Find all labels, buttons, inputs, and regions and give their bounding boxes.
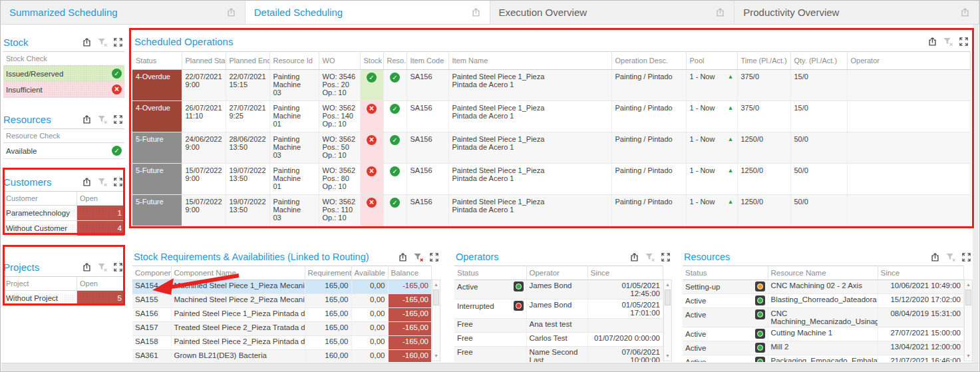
export-icon[interactable]: [960, 7, 970, 17]
col-item-name[interactable]: Item Name: [448, 52, 611, 70]
column-header-open[interactable]: Open: [77, 277, 124, 290]
column-header-customer[interactable]: Customer: [3, 194, 77, 202]
clear-filter-icon[interactable]: [645, 252, 655, 262]
stock-check-row[interactable]: Insufficient: [3, 82, 124, 98]
expand-icon[interactable]: [959, 37, 969, 47]
view-tab[interactable]: Execution Overview: [490, 1, 735, 24]
expand-icon[interactable]: [113, 177, 123, 187]
export-icon[interactable]: [715, 7, 725, 17]
scheduled-operation-row[interactable]: 4-Overdue 22/07/2021 9:00 22/07/2021 15:…: [132, 70, 971, 101]
column-header-project[interactable]: Project: [3, 279, 77, 287]
resource-row[interactable]: Active Blasting_Chorreado_Jateadora 15/1…: [683, 294, 964, 308]
scheduled-operation-row[interactable]: 4-Overdue 26/07/2021 11:10 27/07/2021 9:…: [132, 101, 971, 132]
vertical-scrollbar[interactable]: ▲▼: [964, 279, 973, 361]
clear-filter-icon[interactable]: [97, 37, 108, 47]
component-row[interactable]: SA156 Painted Steel Piece 1_Pieza Pintad…: [132, 308, 432, 322]
export-icon[interactable]: [927, 37, 937, 47]
resource-row[interactable]: Setting-up CNC Machining 02 - 2 Axis 10/…: [683, 280, 964, 294]
clear-filter-icon[interactable]: [943, 37, 953, 47]
column-header[interactable]: Stock Check: [3, 51, 124, 66]
expand-icon[interactable]: [113, 37, 123, 47]
export-icon[interactable]: [471, 7, 481, 17]
resource-check-row[interactable]: Available: [3, 143, 124, 159]
col-balance[interactable]: Balance: [388, 266, 432, 280]
operator-row[interactable]: Free Ana test test: [454, 319, 663, 333]
operator-row[interactable]: Free Name Second Last 07/06/2021 10:00:0…: [454, 347, 663, 363]
col-wo[interactable]: WO: [319, 52, 360, 70]
operator-row[interactable]: Free Carlos Test 01/07/2020 0:00:00: [454, 333, 663, 347]
resource-row[interactable]: Active CNC Machining_Mecanizado_Usinagem…: [683, 308, 964, 327]
scroll-up-arrow[interactable]: ▲: [434, 280, 438, 289]
col-operation-desc[interactable]: Operation Desc.: [611, 52, 686, 70]
customer-row[interactable]: Parametechnology 1: [3, 206, 124, 221]
project-row[interactable]: Without Project 5: [3, 291, 124, 306]
col-planned-start[interactable]: Planned Start: [182, 52, 226, 70]
scroll-thumb[interactable]: [965, 289, 971, 305]
stock-check-row[interactable]: Issued/Reserved: [3, 66, 124, 82]
col-since[interactable]: Since: [878, 266, 964, 280]
export-icon[interactable]: [398, 252, 408, 262]
col-component[interactable]: Component: [132, 266, 171, 280]
component-row[interactable]: SA361 Grown BL21(DE3) Bacteria 160,00 0,…: [132, 350, 432, 363]
col-pool[interactable]: Pool: [686, 52, 737, 70]
col-status[interactable]: Status: [454, 266, 526, 280]
expand-icon[interactable]: [113, 262, 123, 272]
scroll-down-arrow[interactable]: ▼: [665, 351, 670, 361]
export-icon[interactable]: [226, 7, 236, 17]
expand-icon[interactable]: [429, 252, 439, 262]
clear-filter-icon[interactable]: [97, 177, 108, 187]
clear-filter-icon[interactable]: [945, 252, 956, 262]
export-icon[interactable]: [82, 114, 92, 124]
expand-icon[interactable]: [113, 114, 123, 124]
scroll-up-arrow[interactable]: ▲: [966, 280, 971, 289]
column-header-open[interactable]: Open: [77, 192, 124, 205]
scroll-thumb[interactable]: [433, 289, 439, 305]
view-tab[interactable]: Productivity Overview: [735, 1, 979, 24]
col-operator[interactable]: Operator: [847, 52, 971, 70]
scroll-down-arrow[interactable]: ▼: [966, 351, 971, 361]
scroll-thumb[interactable]: [665, 289, 671, 305]
scheduled-operation-row[interactable]: 5-Future 15/07/2022 9:00 19/07/2022 13:5…: [132, 195, 971, 226]
scheduled-operation-row[interactable]: 5-Future 24/06/2022 9:00 28/06/2022 13:5…: [132, 132, 971, 164]
operator-row[interactable]: Active James Bond 01/05/2021 12:45:00: [454, 280, 663, 299]
vertical-scrollbar[interactable]: ▲▼: [663, 279, 672, 361]
operator-row[interactable]: Interrupted James Bond 01/05/2021 17:01:…: [454, 299, 663, 319]
view-tab[interactable]: Detailed Scheduling: [245, 1, 490, 24]
component-row[interactable]: SA154 Machined Steel Piece 1_Pieza Mecan…: [132, 280, 432, 294]
component-row[interactable]: SA157 Treated Steel Piece 2_Pieza Tratad…: [132, 322, 432, 336]
vertical-scrollbar[interactable]: ▲▼: [432, 279, 440, 361]
customer-row[interactable]: Without Customer 4: [3, 221, 124, 236]
col-status[interactable]: Status: [683, 266, 768, 280]
col-planned-end[interactable]: Planned End: [226, 52, 269, 70]
export-icon[interactable]: [930, 252, 940, 262]
col-since[interactable]: Since: [587, 266, 663, 280]
expand-icon[interactable]: [961, 252, 971, 262]
export-icon[interactable]: [82, 262, 92, 272]
clear-filter-icon[interactable]: [97, 114, 108, 124]
col-stock[interactable]: Stock: [360, 52, 383, 70]
clear-filter-active-icon[interactable]: [413, 252, 424, 262]
col-resource-name[interactable]: Resource Name: [768, 266, 878, 280]
col-operator[interactable]: Operator: [526, 266, 587, 280]
component-row[interactable]: SA158 Painted Steel Piece 2_Pieza Pintad…: [132, 336, 432, 350]
export-icon[interactable]: [82, 37, 92, 47]
component-row[interactable]: SA155 Machined Steel Piece 2_Pieza Mecan…: [132, 294, 432, 308]
col-resource-id[interactable]: Resource Id: [269, 52, 319, 70]
col-qty[interactable]: Qty. (Pl./Act.): [790, 52, 847, 70]
col-component-name[interactable]: Component Name: [171, 266, 305, 280]
clear-filter-icon[interactable]: [97, 262, 108, 272]
scroll-up-arrow[interactable]: ▲: [665, 280, 670, 289]
resource-row[interactable]: Active Mill 2 13/04/2021 12:00:00: [683, 341, 964, 355]
expand-icon[interactable]: [661, 252, 671, 262]
column-header[interactable]: Resource Check: [3, 128, 124, 143]
col-status[interactable]: Status: [132, 52, 182, 70]
scheduled-operation-row[interactable]: 5-Future 15/07/2022 9:00 19/07/2022 13:5…: [132, 164, 971, 195]
export-icon[interactable]: [629, 252, 639, 262]
resource-row[interactable]: Active Cutting Machine 1 27/07/2021 15:0…: [683, 327, 964, 341]
col-available[interactable]: Available: [351, 266, 388, 280]
col-time[interactable]: Time (Pl./Act.): [737, 52, 790, 70]
resource-row[interactable]: Active Packaging_Empacado_Embalagem 21/0…: [683, 355, 964, 363]
col-reso[interactable]: Reso...: [383, 52, 407, 70]
scroll-down-arrow[interactable]: ▼: [434, 351, 438, 361]
col-item-code[interactable]: Item Code: [407, 52, 448, 70]
